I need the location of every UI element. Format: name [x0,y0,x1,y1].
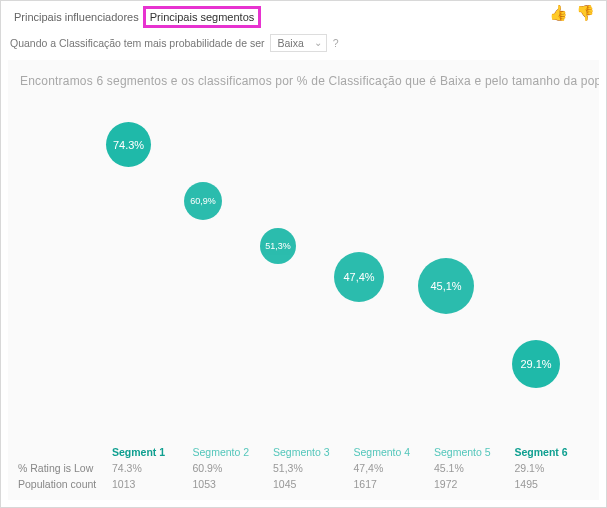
dropdown-value: Baixa [277,37,303,49]
bubble-segment-4[interactable]: 47,4% [334,252,384,302]
visual-canvas: Encontramos 6 segmentos e os classificam… [8,60,599,500]
row-label-rating: % Rating is Low [14,462,110,474]
bubble-segment-1[interactable]: 74.3% [106,122,151,167]
table-header-row: Segment 1Segmento 2Segmento 3Segmento 4S… [14,444,593,460]
col-header-4[interactable]: Segmento 4 [352,444,433,460]
cell-count-1: 1013 [110,476,191,492]
col-header-5[interactable]: Segmento 5 [432,444,513,460]
bubble-segment-5[interactable]: 45,1% [418,258,474,314]
summary-text: Encontramos 6 segmentos e os classificam… [8,60,599,88]
segments-table: Segment 1Segmento 2Segmento 3Segmento 4S… [8,444,599,500]
bubble-chart[interactable]: 74.3%60,9%51,3%47,4%45,1%29.1% [8,110,599,430]
bubble-segment-2[interactable]: 60,9% [184,182,222,220]
cell-count-2: 1053 [191,476,272,492]
col-header-2[interactable]: Segmento 2 [191,444,272,460]
cell-count-3: 1045 [271,476,352,492]
feedback-group: 👍 👎 [549,4,595,22]
col-header-3[interactable]: Segmento 3 [271,444,352,460]
chevron-down-icon: ⌄ [314,37,322,48]
col-header-1[interactable]: Segment 1 [110,444,191,460]
cell-rating-3: 51,3% [271,460,352,476]
cell-count-5: 1972 [432,476,513,492]
cell-count-4: 1617 [352,476,433,492]
thumbs-up-icon[interactable]: 👍 [549,4,568,22]
bubble-segment-6[interactable]: 29.1% [512,340,560,388]
col-header-6[interactable]: Segment 6 [513,444,594,460]
filter-dropdown[interactable]: Baixa ⌄ [270,34,326,52]
row-count: Population count 10131053104516171972149… [14,476,593,492]
cell-rating-4: 47,4% [352,460,433,476]
cell-rating-6: 29.1% [513,460,594,476]
cell-rating-5: 45.1% [432,460,513,476]
thumbs-down-icon[interactable]: 👎 [576,4,595,22]
row-rating: % Rating is Low 74.3%60.9%51,3%47,4%45.1… [14,460,593,476]
bubble-segment-3[interactable]: 51,3% [260,228,296,264]
cell-rating-2: 60.9% [191,460,272,476]
row-label-count: Population count [14,478,110,490]
cell-count-6: 1495 [513,476,594,492]
cell-rating-1: 74.3% [110,460,191,476]
